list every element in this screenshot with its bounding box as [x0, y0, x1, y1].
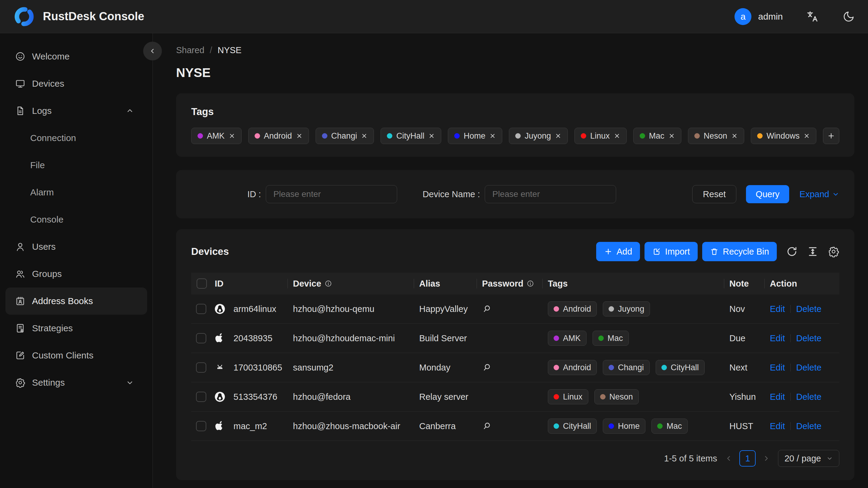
table-row: mac_m2 hzhou@zhous-macbook-air Canberra …: [191, 411, 839, 441]
id-filter-input[interactable]: [266, 185, 397, 203]
row-checkbox[interactable]: [196, 333, 206, 343]
tag-chip[interactable]: Mac: [633, 128, 681, 144]
tag-chip[interactable]: CityHall: [380, 128, 441, 144]
reset-button[interactable]: Reset: [692, 185, 736, 203]
sidebar-item-welcome[interactable]: Welcome: [0, 43, 153, 70]
row-checkbox[interactable]: [196, 304, 206, 314]
tag-chip[interactable]: AMK: [191, 128, 242, 144]
tag-color-dot: [581, 133, 586, 139]
recycle-bin-button[interactable]: Recycle Bin: [702, 242, 777, 261]
sidebar-item-strategies[interactable]: Strategies: [0, 315, 153, 342]
column-height-icon[interactable]: [807, 246, 818, 257]
device-name: sansumg2: [287, 363, 414, 373]
device-id: 20438935: [234, 333, 272, 343]
tag-chip[interactable]: Neson: [688, 128, 744, 144]
tag-chip[interactable]: Home: [448, 128, 502, 144]
tags-card: Tags AMK Android Changi CityHall Home Ju…: [176, 93, 855, 157]
dark-mode-moon-icon[interactable]: [843, 10, 855, 23]
edit-link[interactable]: Edit: [770, 363, 785, 373]
device-id: 1700310865: [234, 363, 282, 373]
device-name: hzhou@zhous-macbook-air: [287, 421, 414, 431]
breadcrumb-current: NYSE: [218, 45, 242, 55]
query-button[interactable]: Query: [746, 185, 789, 203]
column-header: Alias: [419, 279, 440, 289]
remove-tag-icon[interactable]: [296, 132, 303, 139]
delete-link[interactable]: Delete: [796, 333, 822, 343]
sidebar-item-devices[interactable]: Devices: [0, 70, 153, 97]
sidebar-item-groups[interactable]: Groups: [0, 260, 153, 287]
add-button[interactable]: Add: [596, 242, 640, 261]
refresh-icon[interactable]: [786, 246, 798, 257]
remove-tag-icon[interactable]: [555, 132, 561, 139]
chevron-left-icon: [149, 48, 156, 55]
remove-tag-icon[interactable]: [229, 132, 235, 139]
info-icon[interactable]: [526, 280, 534, 287]
tag-chip: Neson: [594, 389, 639, 404]
row-checkbox[interactable]: [196, 392, 206, 402]
select-all-checkbox[interactable]: [196, 278, 207, 289]
tag-chip[interactable]: Android: [248, 128, 309, 144]
delete-link[interactable]: Delete: [796, 304, 822, 314]
username[interactable]: admin: [758, 11, 783, 22]
tag-chip: Changi: [603, 360, 650, 375]
sidebar-item-custom-clients[interactable]: Custom Clients: [0, 342, 153, 369]
expand-link[interactable]: Expand: [800, 189, 839, 199]
tag-chip[interactable]: Windows: [751, 128, 817, 144]
device-id: arm64linux: [234, 304, 276, 314]
tag-color-dot: [757, 133, 763, 139]
delete-link[interactable]: Delete: [796, 421, 822, 431]
page-1-button[interactable]: 1: [739, 450, 756, 466]
sidebar-item-alarm[interactable]: Alarm: [0, 179, 153, 206]
remove-tag-icon[interactable]: [614, 132, 620, 139]
edit-link[interactable]: Edit: [770, 304, 785, 314]
view-password-magnifier-icon[interactable]: [482, 304, 492, 314]
remove-tag-icon[interactable]: [669, 132, 675, 139]
device-name-filter-input[interactable]: [485, 185, 616, 203]
delete-link[interactable]: Delete: [796, 392, 822, 402]
device-name-filter-label: Device Name :: [423, 189, 480, 199]
view-password-magnifier-icon[interactable]: [482, 421, 492, 431]
view-password-magnifier-icon[interactable]: [482, 363, 492, 372]
add-tag-button[interactable]: [823, 128, 839, 144]
page-size-select[interactable]: 20 / page: [778, 450, 839, 467]
sidebar-item-logs[interactable]: Logs: [0, 97, 153, 124]
edit-link[interactable]: Edit: [770, 421, 785, 431]
sidebar-item-connection[interactable]: Connection: [0, 124, 153, 152]
table-row: arm64linux hzhou@hzhou-qemu HappyValley …: [191, 295, 839, 324]
import-button[interactable]: Import: [645, 242, 698, 261]
sidebar-item-label: Welcome: [32, 51, 69, 62]
row-checkbox[interactable]: [196, 421, 206, 431]
sidebar-item-label: Address Books: [32, 296, 93, 306]
delete-link[interactable]: Delete: [796, 363, 822, 373]
sidebar-item-label: Settings: [32, 377, 65, 388]
sidebar-item-address-books[interactable]: Address Books: [5, 287, 147, 315]
next-page-icon[interactable]: [762, 455, 770, 462]
id-filter-label: ID :: [247, 189, 261, 199]
avatar[interactable]: a: [735, 8, 751, 25]
sidebar-item-console[interactable]: Console: [0, 206, 153, 233]
edit-link[interactable]: Edit: [770, 392, 785, 402]
sidebar-collapse-button[interactable]: [143, 42, 162, 60]
sidebar-item-settings[interactable]: Settings: [0, 369, 153, 396]
breadcrumb-parent[interactable]: Shared: [176, 45, 205, 55]
sidebar-item-users[interactable]: Users: [0, 233, 153, 260]
previous-page-icon[interactable]: [725, 455, 733, 462]
translate-icon[interactable]: [806, 10, 819, 23]
tag-chip[interactable]: Linux: [575, 128, 627, 144]
column-header: Tags: [548, 279, 568, 289]
remove-tag-icon[interactable]: [803, 132, 810, 139]
tag-chip[interactable]: Changi: [316, 128, 374, 144]
remove-tag-icon[interactable]: [731, 132, 738, 139]
table-settings-gear-icon[interactable]: [828, 246, 839, 257]
tag-chip[interactable]: Juyong: [509, 128, 568, 144]
remove-tag-icon[interactable]: [489, 132, 496, 139]
tag-color-dot: [454, 133, 460, 139]
info-icon[interactable]: [324, 280, 332, 287]
remove-tag-icon[interactable]: [428, 132, 435, 139]
sidebar-item-file[interactable]: File: [0, 152, 153, 179]
tag-color-dot: [694, 133, 700, 139]
row-checkbox[interactable]: [196, 362, 206, 373]
edit-link[interactable]: Edit: [770, 333, 785, 343]
device-id: 513354376: [234, 392, 277, 402]
remove-tag-icon[interactable]: [361, 132, 368, 139]
